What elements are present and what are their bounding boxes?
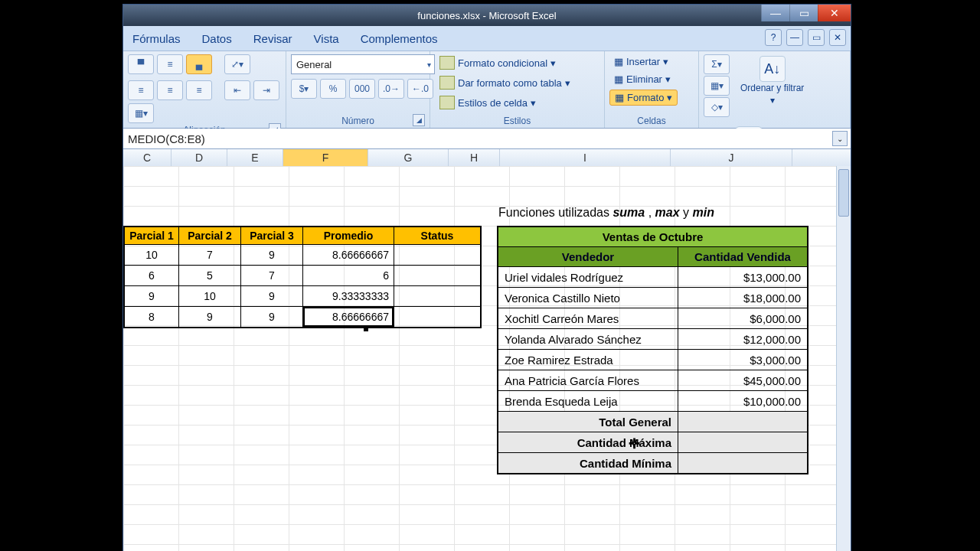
column-headers: C D E F G H I J bbox=[123, 149, 851, 167]
ventas-table[interactable]: Ventas de Octubre Vendedor Cantidad Vend… bbox=[497, 226, 808, 474]
clear-button[interactable]: ◇▾ bbox=[704, 97, 730, 117]
format-as-table-button[interactable]: Dar formato como tabla ▾ bbox=[435, 74, 575, 91]
align-middle-button[interactable]: ≡ bbox=[157, 54, 183, 74]
sort-filter-button[interactable]: A↓ Ordenar y filtrar▾ bbox=[737, 54, 807, 107]
table-icon bbox=[439, 76, 455, 90]
col-header-j[interactable]: J bbox=[671, 149, 792, 166]
total-general-label: Total General bbox=[498, 412, 678, 432]
workbook-restore-button[interactable]: ▭ bbox=[808, 29, 825, 46]
selected-cell[interactable]: 8.66666667 bbox=[303, 307, 394, 328]
conditional-formatting-button[interactable]: Formato condicional ▾ bbox=[435, 54, 560, 71]
minimize-button[interactable]: — bbox=[761, 5, 789, 21]
ribbon-group-cells: ▦ Insertar ▾ ▦ Eliminar ▾ ▦ Formato ▾ Ce… bbox=[605, 51, 699, 128]
col-header-d[interactable]: D bbox=[172, 149, 227, 166]
cantidad-maxima-label: Cantidad Máxima bbox=[498, 432, 678, 453]
parciales-table[interactable]: Parcial 1 Parcial 2 Parcial 3 Promedio S… bbox=[123, 226, 482, 328]
cantidad-minima-label: Cantidad Mínima bbox=[498, 453, 678, 474]
col-header-h[interactable]: H bbox=[449, 149, 500, 166]
ribbon-group-number: General $▾ % 000 .0→ ←.0 Número◢ bbox=[286, 51, 430, 128]
merge-cells-button[interactable]: ▦▾ bbox=[128, 103, 154, 123]
maximize-button[interactable]: ▭ bbox=[789, 5, 818, 21]
workbook-close-button[interactable]: ✕ bbox=[829, 29, 846, 46]
delete-cells-button[interactable]: ▦ Eliminar ▾ bbox=[609, 72, 675, 86]
percent-button[interactable]: % bbox=[320, 79, 346, 99]
tab-formulas[interactable]: Fórmulas bbox=[132, 32, 181, 45]
parcial2-header: Parcial 2 bbox=[179, 227, 241, 245]
vertical-scrollbar[interactable] bbox=[836, 166, 851, 551]
table-row[interactable]: 9 10 9 9.33333333 bbox=[124, 286, 481, 307]
title-bar: funciones.xlsx - Microsoft Excel — ▭ ✕ bbox=[123, 5, 851, 26]
align-bottom-button[interactable]: ▄ bbox=[186, 54, 212, 74]
orientation-button[interactable]: ⤢▾ bbox=[224, 54, 250, 74]
insert-cells-button[interactable]: ▦ Insertar ▾ bbox=[609, 54, 673, 69]
col-header-e[interactable]: E bbox=[227, 149, 283, 166]
formula-bar[interactable]: MEDIO(C8:E8) ⌄ bbox=[123, 129, 851, 149]
total-general-value[interactable] bbox=[678, 412, 808, 432]
excel-window: funciones.xlsx - Microsoft Excel — ▭ ✕ F… bbox=[122, 4, 851, 551]
help-button[interactable]: ? bbox=[765, 29, 782, 46]
currency-button[interactable]: $▾ bbox=[291, 79, 317, 99]
format-cells-button[interactable]: ▦ Formato ▾ bbox=[609, 90, 678, 106]
table-row[interactable]: Yolanda Alvarado Sánchez$12,000.00 bbox=[498, 329, 808, 350]
increase-decimal-button[interactable]: .0→ bbox=[378, 79, 404, 99]
col-header-f[interactable]: F bbox=[283, 149, 368, 166]
number-group-label: Número bbox=[341, 116, 374, 126]
ribbon-group-alignment: ▀ ≡ ▄ ⤢▾ ≡ ≡ ≡ ⇤ ⇥ ▦▾ Alineación◢ bbox=[123, 51, 286, 128]
styles-group-label: Estilos bbox=[435, 114, 599, 126]
align-right-button[interactable]: ≡ bbox=[186, 80, 212, 100]
window-controls: — ▭ ✕ bbox=[761, 5, 851, 21]
cantidad-minima-value[interactable] bbox=[678, 453, 808, 474]
ribbon-tab-strip: Fórmulas Datos Revisar Vista Complemento… bbox=[123, 26, 851, 51]
col-header-c[interactable]: C bbox=[123, 149, 172, 166]
tab-vista[interactable]: Vista bbox=[314, 32, 339, 45]
table-row[interactable]: Ana Patricia García Flores$45,000.00 bbox=[498, 370, 808, 391]
table-row[interactable]: Xochitl Carreón Mares$6,000.00 bbox=[498, 308, 808, 329]
decrease-decimal-button[interactable]: ←.0 bbox=[407, 79, 433, 99]
window-title: funciones.xlsx - Microsoft Excel bbox=[123, 10, 851, 21]
parcial1-header: Parcial 1 bbox=[124, 227, 179, 245]
formula-text: MEDIO(C8:E8) bbox=[128, 132, 205, 145]
increase-indent-button[interactable]: ⇥ bbox=[253, 80, 279, 100]
autosum-button[interactable]: Σ▾ bbox=[704, 54, 730, 74]
table-row[interactable]: 6 5 7 6 bbox=[124, 266, 481, 286]
table-row[interactable]: 10 7 9 8.66666667 bbox=[124, 245, 481, 266]
formula-bar-expand-button[interactable]: ⌄ bbox=[832, 131, 848, 146]
workbook-minimize-button[interactable]: — bbox=[786, 29, 803, 46]
align-center-button[interactable]: ≡ bbox=[157, 80, 183, 100]
parcial3-header: Parcial 3 bbox=[241, 227, 303, 245]
number-dialog-launcher[interactable]: ◢ bbox=[413, 114, 425, 126]
tab-complementos[interactable]: Complementos bbox=[361, 32, 438, 45]
cantidad-header: Cantidad Vendida bbox=[678, 247, 808, 267]
table-row[interactable]: Brenda Esqueda Leija$10,000.00 bbox=[498, 391, 808, 412]
worksheet-area[interactable]: C D E F G H I J Parcial 1 Parcial 2 Parc… bbox=[123, 149, 851, 551]
tab-datos[interactable]: Datos bbox=[202, 32, 232, 45]
table-row[interactable]: Uriel vidales Rodríguez$13,000.00 bbox=[498, 267, 808, 288]
fill-button[interactable]: ▦▾ bbox=[704, 76, 730, 96]
table-row[interactable]: 8 9 9 8.66666667 bbox=[124, 307, 481, 328]
decrease-indent-button[interactable]: ⇤ bbox=[224, 80, 250, 100]
close-button[interactable]: ✕ bbox=[818, 5, 851, 21]
fill-handle[interactable] bbox=[364, 327, 368, 331]
ribbon: ▀ ≡ ▄ ⤢▾ ≡ ≡ ≡ ⇤ ⇥ ▦▾ Alineación◢ Genera… bbox=[123, 51, 851, 129]
col-header-g[interactable]: G bbox=[368, 149, 449, 166]
table-row[interactable]: Zoe Ramirez Estrada$3,000.00 bbox=[498, 350, 808, 370]
comma-button[interactable]: 000 bbox=[349, 79, 375, 99]
conditional-formatting-icon bbox=[439, 56, 455, 70]
vendedor-header: Vendedor bbox=[498, 247, 678, 267]
cantidad-maxima-value[interactable] bbox=[678, 432, 808, 453]
cell-styles-icon bbox=[439, 96, 455, 109]
col-header-i[interactable]: I bbox=[500, 149, 671, 166]
align-left-button[interactable]: ≡ bbox=[128, 80, 154, 100]
scrollbar-thumb[interactable] bbox=[838, 169, 849, 217]
ribbon-group-styles: Formato condicional ▾ Dar formato como t… bbox=[430, 51, 605, 128]
sort-filter-icon: A↓ bbox=[760, 56, 786, 82]
table-row[interactable]: Veronica Castillo Nieto$18,000.00 bbox=[498, 288, 808, 308]
ventas-title: Ventas de Octubre bbox=[498, 227, 808, 247]
cells-group-label: Celdas bbox=[609, 114, 694, 126]
align-top-button[interactable]: ▀ bbox=[128, 54, 154, 74]
status-header: Status bbox=[394, 227, 482, 245]
number-format-dropdown[interactable]: General bbox=[291, 54, 435, 74]
cell-styles-button[interactable]: Estilos de celda ▾ bbox=[435, 94, 541, 111]
ribbon-group-editing: Σ▾ ▦▾ ◇▾ A↓ Ordenar y filtrar▾ 🔍 Buscar … bbox=[699, 51, 851, 128]
tab-revisar[interactable]: Revisar bbox=[253, 32, 292, 45]
